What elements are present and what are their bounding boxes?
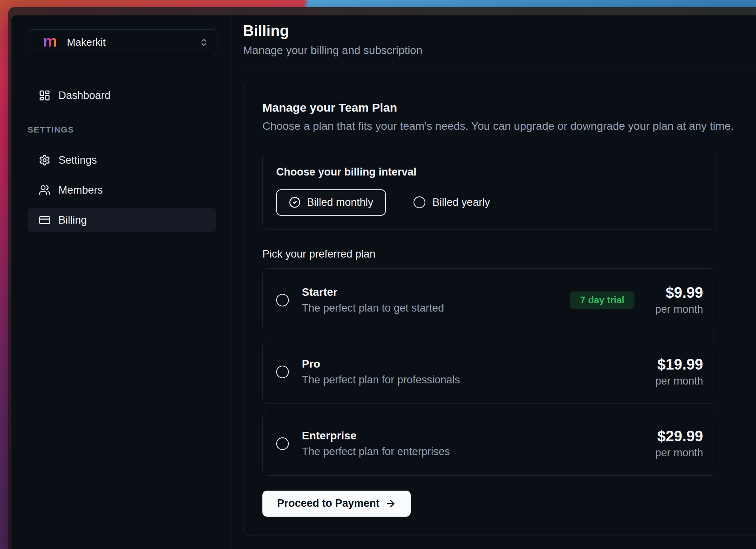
billing-interval-options: Billed monthly Billed yearly (276, 189, 703, 216)
plan-period: per month (655, 303, 703, 316)
plan-description: The perfect plan to get started (302, 302, 444, 314)
plan-description: The perfect plan for professionals (302, 374, 460, 386)
sidebar-item-settings[interactable]: Settings (28, 148, 216, 172)
radio-unselected-icon (276, 366, 289, 378)
billing-interval-heading: Choose your billing interval (276, 166, 703, 178)
page-title: Billing (243, 22, 756, 41)
plan-row-starter[interactable]: Starter The perfect plan to get started … (262, 268, 716, 332)
sidebar-section-settings: SETTINGS (28, 125, 216, 135)
sidebar: m Makerkit Dashboard SETTINGS (11, 15, 231, 549)
trial-badge: 7 day trial (570, 291, 634, 309)
makerkit-logo-icon: m (43, 33, 57, 49)
app-root: m Makerkit Dashboard SETTINGS (11, 15, 756, 549)
plan-price-block: $19.99 per month (655, 356, 703, 387)
plan-price-block: $29.99 per month (655, 428, 703, 459)
plan-text: Enterprise The perfect plan for enterpri… (302, 429, 450, 458)
card-title: Manage your Team Plan (262, 101, 756, 114)
plan-row-pro[interactable]: Pro The perfect plan for professionals $… (262, 340, 716, 404)
plan-name: Enterprise (302, 429, 450, 442)
plans-heading: Pick your preferred plan (262, 248, 756, 260)
sidebar-item-dashboard[interactable]: Dashboard (28, 83, 216, 108)
sidebar-item-label: Settings (58, 154, 97, 166)
radio-unselected-icon (276, 437, 289, 450)
billed-monthly-option[interactable]: Billed monthly (276, 189, 386, 216)
card-description: Choose a plan that fits your team's need… (262, 120, 756, 133)
plan-text: Starter The perfect plan to get started (302, 286, 444, 314)
sidebar-item-members[interactable]: Members (28, 178, 216, 202)
plan-price: $19.99 (655, 356, 703, 373)
proceed-to-payment-button[interactable]: Proceed to Payment (262, 491, 411, 517)
workspace-selector[interactable]: m Makerkit (28, 29, 217, 55)
plan-price: $29.99 (655, 428, 703, 445)
macos-window: m Makerkit Dashboard SETTINGS (8, 7, 756, 549)
billed-monthly-label: Billed monthly (307, 196, 373, 209)
arrow-right-icon (385, 498, 396, 509)
plan-description: The perfect plan for enterprises (302, 446, 450, 458)
gear-icon (39, 154, 51, 166)
credit-card-icon (39, 214, 51, 226)
plan-price-block: $9.99 per month (655, 284, 703, 316)
plan-name: Starter (302, 286, 444, 299)
sidebar-item-label: Members (58, 184, 103, 196)
main-content: Billing Manage your billing and subscrip… (231, 15, 756, 549)
billed-yearly-option[interactable]: Billed yearly (414, 196, 490, 209)
proceed-to-payment-label: Proceed to Payment (277, 497, 380, 510)
workspace-name: Makerkit (67, 36, 106, 49)
sidebar-item-billing[interactable]: Billing (28, 208, 216, 232)
users-icon (39, 184, 51, 196)
billed-yearly-label: Billed yearly (432, 196, 490, 209)
plan-period: per month (655, 447, 703, 459)
header-divider (243, 67, 756, 67)
check-circle-icon (289, 196, 301, 208)
plan-period: per month (655, 375, 703, 387)
plan-text: Pro The perfect plan for professionals (302, 358, 460, 386)
radio-unselected-icon (276, 294, 289, 306)
plan-row-enterprise[interactable]: Enterprise The perfect plan for enterpri… (262, 412, 716, 476)
sidebar-item-label: Billing (58, 214, 87, 226)
chevrons-up-down-icon (199, 38, 208, 47)
sidebar-item-label: Dashboard (58, 90, 110, 102)
radio-unselected-icon (414, 196, 425, 208)
billing-interval-box: Choose your billing interval Billed mont… (262, 151, 717, 230)
dashboard-icon (39, 90, 51, 101)
page-subtitle: Manage your billing and subscription (243, 44, 756, 57)
team-plan-card: Manage your Team Plan Choose a plan that… (243, 82, 756, 536)
plan-name: Pro (302, 358, 460, 370)
plan-price: $9.99 (655, 284, 703, 301)
sidebar-nav: Dashboard SETTINGS Settings Members (28, 83, 216, 232)
